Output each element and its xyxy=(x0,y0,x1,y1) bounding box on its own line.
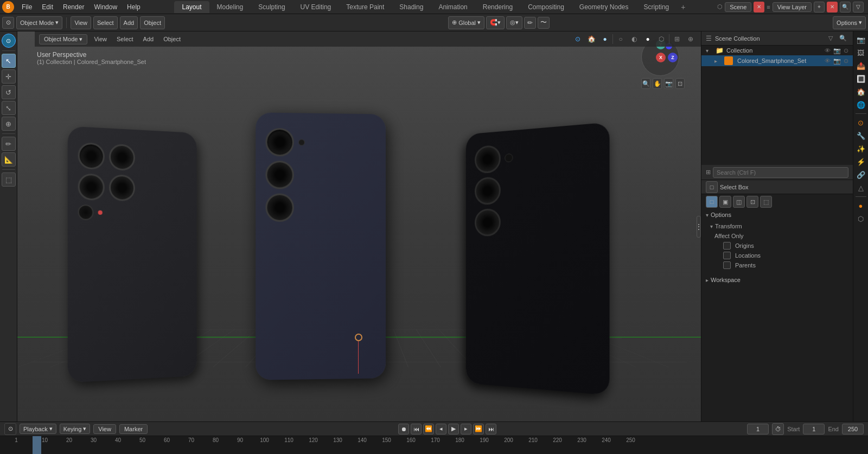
origins-checkbox[interactable] xyxy=(723,242,731,250)
tab-layout[interactable]: Layout xyxy=(174,1,209,13)
vp-icon-shading-mat[interactable]: ⊙ xyxy=(572,33,584,45)
props-icon-render[interactable]: 🖼 xyxy=(855,47,867,59)
tool-move[interactable]: ✛ xyxy=(2,69,16,84)
tab-uv-editing[interactable]: UV Editing xyxy=(293,1,339,13)
play-play[interactable]: ▶ xyxy=(448,424,459,434)
tab-modeling[interactable]: Modeling xyxy=(209,1,251,13)
vp-object-menu[interactable]: Object xyxy=(160,35,184,43)
close-view-layer-btn[interactable]: ✕ xyxy=(827,2,838,12)
transform-subsection[interactable]: ▾ Transform xyxy=(710,221,848,231)
vp-icon-overlay[interactable]: ⊞ xyxy=(671,33,683,45)
grease-btn[interactable]: 〜 xyxy=(538,17,550,29)
timeline-mode-icon[interactable]: ⊙ xyxy=(4,423,16,435)
vp-icon-render-solid[interactable]: ● xyxy=(599,33,611,45)
set-hide-icon[interactable]: ⊙ xyxy=(844,57,848,65)
parents-checkbox[interactable] xyxy=(723,261,731,269)
tool-measure[interactable]: 📐 xyxy=(2,152,16,167)
tab-rendering[interactable]: Rendering xyxy=(475,1,520,13)
pan-btn[interactable]: ✋ xyxy=(653,78,662,89)
gizmo-z-axis[interactable]: Z xyxy=(668,53,678,62)
outliner-item-smartphone-set[interactable]: ▸ Colored_Smartphone_Set 👁 📷 ⊙ xyxy=(701,55,853,66)
menu-edit[interactable]: Edit xyxy=(37,2,58,12)
options-section-header[interactable]: ▾ Options xyxy=(701,209,853,220)
select-box-icon-btn[interactable]: □ xyxy=(706,181,718,193)
props-icon-scene-2[interactable]: 🏠 xyxy=(855,86,867,98)
vp-icon-gizmo[interactable]: ⊕ xyxy=(685,33,697,45)
play-prev-keyframe[interactable]: ◂ xyxy=(436,424,446,434)
annotate-btn[interactable]: ✏ xyxy=(524,17,536,29)
blender-logo[interactable]: B xyxy=(2,1,14,13)
keying-dropdown[interactable]: Keying▾ xyxy=(60,424,91,434)
menu-file[interactable]: File xyxy=(17,2,36,12)
fps-icon[interactable]: ⏱ xyxy=(772,423,784,435)
menu-window[interactable]: Window xyxy=(90,2,122,12)
search-btn[interactable]: 🔍 xyxy=(840,2,851,12)
view-menu[interactable]: View xyxy=(71,16,91,29)
props-icon-world[interactable]: 🌐 xyxy=(855,99,867,111)
tab-shading[interactable]: Shading xyxy=(392,1,431,13)
play-record[interactable]: ⏺ xyxy=(398,424,409,434)
add-menu[interactable]: Add xyxy=(120,16,138,29)
tool-cursor[interactable]: ↖ xyxy=(2,54,16,68)
props-icon-physics[interactable]: ⚡ xyxy=(855,156,867,168)
props-icon-output[interactable]: 📤 xyxy=(855,60,867,72)
tool-annotate[interactable]: ✏ xyxy=(2,137,16,151)
props-icon-view-layer[interactable]: 🔳 xyxy=(855,73,867,85)
props-icon-object[interactable]: ⊙ xyxy=(855,117,867,129)
tab-texture-paint[interactable]: Texture Paint xyxy=(339,1,392,13)
props-icon-modifier[interactable]: 🔧 xyxy=(855,130,867,142)
timeline-track[interactable]: 1 10 20 30 40 50 60 70 80 90 100 110 120… xyxy=(0,436,868,454)
props-icon-texture[interactable]: ⬡ xyxy=(855,213,867,225)
select-mode-2[interactable]: ▣ xyxy=(719,196,731,208)
tab-sculpting[interactable]: Sculpting xyxy=(251,1,292,13)
collection-eye-icon[interactable]: 👁 xyxy=(825,47,831,54)
zoom-btn[interactable]: 🔍 xyxy=(641,78,650,89)
ortho-btn[interactable]: ⊡ xyxy=(675,78,685,89)
select-menu[interactable]: Select xyxy=(93,16,118,29)
play-next-keyframe[interactable]: ▸ xyxy=(461,424,471,434)
tab-animation[interactable]: Animation xyxy=(431,1,475,13)
vp-icon-shading-3[interactable]: ● xyxy=(642,33,654,45)
props-icon-particles[interactable]: ✨ xyxy=(855,143,867,155)
outliner-search-btn[interactable]: 🔍 xyxy=(838,33,848,44)
vp-add-menu[interactable]: Add xyxy=(140,35,157,43)
object-menu[interactable]: Object xyxy=(140,16,165,29)
panel-resize-handle[interactable]: ⋮ xyxy=(697,216,701,238)
tab-geometry-nodes[interactable]: Geometry Nodes xyxy=(572,1,636,13)
menu-render[interactable]: Render xyxy=(59,2,88,12)
viewport[interactable]: Object Mode▾ View Select Add Object ⊙ 🏠 … xyxy=(17,31,701,421)
tab-scripting[interactable]: Scripting xyxy=(636,1,677,13)
select-mode-3[interactable]: ◫ xyxy=(733,196,745,208)
scene-selector[interactable]: Scene xyxy=(725,2,751,12)
props-icon-scene[interactable]: 📷 xyxy=(855,34,867,46)
collection-render-icon[interactable]: 📷 xyxy=(833,47,841,54)
close-btn[interactable]: ✕ xyxy=(754,2,764,12)
playback-dropdown[interactable]: Playback▾ xyxy=(20,424,56,434)
vp-icon-shading-1[interactable]: ○ xyxy=(615,33,627,45)
play-prev-frame[interactable]: ⏪ xyxy=(423,424,434,434)
vp-view-menu[interactable]: View xyxy=(91,35,110,43)
mode-icon-btn[interactable]: ⊙ xyxy=(2,17,14,29)
proportional-btn[interactable]: ◎▾ xyxy=(506,16,522,29)
timeline-view-menu[interactable]: View xyxy=(93,424,116,434)
vp-icon-shading-4[interactable]: ⬡ xyxy=(655,33,667,45)
workspace-section-header[interactable]: ▸ Workspace xyxy=(701,274,853,285)
tab-compositing[interactable]: Compositing xyxy=(520,1,572,13)
outliner-expand-col[interactable]: ▾ xyxy=(706,48,713,54)
set-render-icon[interactable]: 📷 xyxy=(833,57,841,65)
set-eye-icon[interactable]: 👁 xyxy=(825,57,831,65)
snap-btn[interactable]: 🧲▾ xyxy=(486,16,505,29)
menu-help[interactable]: Help xyxy=(123,2,145,12)
tool-add-object[interactable]: ⬚ xyxy=(2,172,16,187)
outliner-expand-set[interactable]: ▸ xyxy=(714,58,722,64)
tool-rotate[interactable]: ↺ xyxy=(2,85,16,99)
add-workspace-tab[interactable]: + xyxy=(676,2,690,12)
add-view-layer-btn[interactable]: + xyxy=(814,2,825,12)
select-mode-box[interactable]: □ xyxy=(706,196,718,208)
locations-checkbox[interactable] xyxy=(723,252,731,259)
mode-dropdown[interactable]: Object Mode ▾ xyxy=(16,16,62,29)
view-layer-selector[interactable]: View Layer xyxy=(773,2,812,12)
properties-search[interactable] xyxy=(713,167,848,178)
outliner-item-collection[interactable]: ▾ 📁 Collection 👁 📷 ⊙ xyxy=(701,46,853,55)
end-frame-input[interactable] xyxy=(842,424,864,434)
